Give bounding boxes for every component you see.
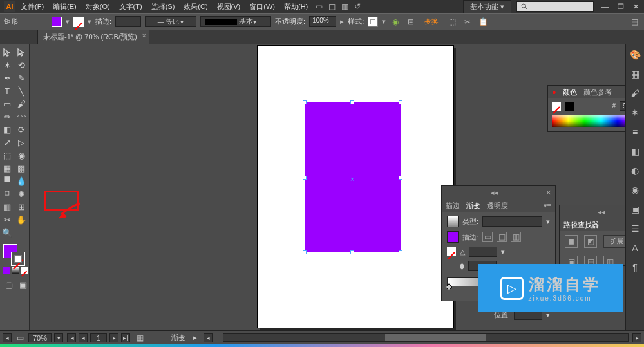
panel-close-icon[interactable]: ✕ <box>545 189 551 197</box>
sel-handle[interactable] <box>350 100 354 104</box>
view-mode-icon[interactable]: ▭ <box>14 332 26 344</box>
rectangle-tool[interactable]: ▭ <box>0 97 14 110</box>
zoom-input[interactable]: 70% <box>28 333 52 342</box>
dock-para-icon[interactable]: ¶ <box>629 261 641 274</box>
first-artboard-icon[interactable]: |◂ <box>67 333 76 342</box>
panel-menu-icon[interactable]: ▤ <box>629 16 640 28</box>
stroke-mode-2[interactable]: ◫ <box>497 232 507 242</box>
dock-color-icon[interactable]: 🎨 <box>629 48 641 61</box>
sel-handle[interactable] <box>303 250 307 254</box>
pencil-tool[interactable]: ✏ <box>0 110 14 123</box>
dock-brushes-icon[interactable]: 🖌 <box>629 87 641 100</box>
mesh-tool[interactable]: ▩ <box>14 162 28 174</box>
sel-handle[interactable] <box>399 100 402 104</box>
menu-window[interactable]: 窗口(W) <box>245 0 279 13</box>
add-anchor-tool[interactable]: ✎ <box>14 71 28 84</box>
window-restore-icon[interactable]: ❐ <box>618 3 624 11</box>
style-swatch[interactable] <box>368 17 378 27</box>
gradient-fill-swatch[interactable] <box>447 231 459 243</box>
sync-icon[interactable]: ↺ <box>352 1 363 12</box>
panel-collapse-icon[interactable]: ◂◂ <box>491 189 498 197</box>
pen-tool[interactable]: ✒ <box>0 71 14 84</box>
next-artboard-icon[interactable]: ▸ <box>109 333 118 342</box>
paintbrush-tool[interactable]: 🖌 <box>14 97 28 110</box>
stroke-color-swatch[interactable] <box>11 252 25 266</box>
symbol-sprayer-tool[interactable]: ✺ <box>14 187 28 200</box>
dock-swatches-icon[interactable]: ▦ <box>629 68 641 80</box>
zoom-dropdown-icon[interactable]: ▾ <box>54 333 63 342</box>
graph-tool[interactable]: ▥ <box>0 200 14 213</box>
stroke-weight-input[interactable] <box>115 16 141 27</box>
zoom-out-icon[interactable]: ◂ <box>3 333 12 342</box>
layout-icon[interactable]: ▭ <box>313 1 325 12</box>
close-tab-icon[interactable]: × <box>142 32 146 39</box>
gradient-tool[interactable]: ▀ <box>0 174 14 187</box>
stroke-mode-3[interactable]: ▥ <box>511 232 521 242</box>
crop-icon[interactable]: ✂ <box>462 16 473 28</box>
eyedropper-tool[interactable]: 💧 <box>14 174 28 187</box>
dock-stroke-icon[interactable]: ≡ <box>629 126 641 138</box>
sel-handle[interactable] <box>303 100 307 104</box>
screen-mode-full[interactable]: ▣ <box>17 278 30 291</box>
color-spectrum[interactable] <box>552 115 625 127</box>
menu-file[interactable]: 文件(F) <box>17 0 48 13</box>
brush-dropdown[interactable]: 基本 ▾ <box>200 16 271 27</box>
layout-icon2[interactable]: ◫ <box>326 1 337 12</box>
opacity-input[interactable]: 100% <box>309 16 336 27</box>
dock-layers-icon[interactable]: ☰ <box>629 222 641 235</box>
stroke-mode-1[interactable]: ▭ <box>482 232 493 242</box>
artboard-tool[interactable]: ⊞ <box>14 200 28 213</box>
color-swatch-1[interactable] <box>552 102 561 111</box>
tab-stroke[interactable]: 描边 <box>446 201 460 211</box>
menu-view[interactable]: 视图(V) <box>213 0 245 13</box>
hand-tool[interactable]: ✋ <box>14 213 28 226</box>
recolor-icon[interactable]: ◉ <box>390 16 401 28</box>
menu-edit[interactable]: 编辑(E) <box>49 0 80 13</box>
gradient-type-dropdown[interactable] <box>482 216 542 227</box>
window-minimize-icon[interactable]: ― <box>601 3 609 11</box>
transform-button[interactable]: 变换 <box>421 17 442 26</box>
menu-effect[interactable]: 效果(C) <box>180 0 211 13</box>
menu-select[interactable]: 选择(S) <box>147 0 179 13</box>
zoom-tool[interactable]: 🔍 <box>0 226 14 239</box>
search-input[interactable] <box>516 1 594 12</box>
menu-object[interactable]: 对象(O) <box>82 0 114 13</box>
dock-char-icon[interactable]: A <box>629 241 641 254</box>
pf-crop-icon[interactable]: ▦ <box>623 256 625 268</box>
prev-artboard-icon[interactable]: ◂ <box>79 333 88 342</box>
eraser-tool[interactable]: ◧ <box>0 123 14 136</box>
pf-unite-icon[interactable]: ◼ <box>565 235 578 248</box>
scroll-left-icon[interactable]: ◂ <box>204 333 213 342</box>
layout-icon3[interactable]: ▥ <box>339 1 350 12</box>
stroke-swatch[interactable] <box>73 17 84 27</box>
dock-symbols-icon[interactable]: ✶ <box>629 106 641 119</box>
angle-input[interactable] <box>469 247 497 257</box>
tab-transparency[interactable]: 透明度 <box>487 201 508 211</box>
artboard-number[interactable]: 1 <box>90 333 107 342</box>
pf-minus-icon[interactable]: ◩ <box>584 235 597 248</box>
color-swatch-2[interactable] <box>565 102 574 111</box>
sel-handle[interactable] <box>399 176 402 180</box>
more-icon[interactable]: 📋 <box>477 16 489 28</box>
dock-appearance-icon[interactable]: ◉ <box>629 183 641 196</box>
fill-stroke-control[interactable] <box>0 243 29 266</box>
magic-wand-tool[interactable]: ✶ <box>0 59 14 71</box>
scale-tool[interactable]: ⤢ <box>0 136 14 149</box>
document-tab[interactable]: 未标题-1* @ 70% (RGB/预览) × <box>37 30 149 44</box>
tab-gradient[interactable]: 渐变 <box>466 201 480 211</box>
dock-transparency-icon[interactable]: ◐ <box>629 164 641 177</box>
horizontal-scrollbar[interactable] <box>223 333 629 342</box>
sel-handle[interactable] <box>303 176 307 180</box>
panel-menu-icon[interactable]: ▾≡ <box>544 202 551 210</box>
blend-tool[interactable]: ⧉ <box>0 187 14 200</box>
gradient-stop-left[interactable] <box>445 283 452 290</box>
tab-pathfinder[interactable]: 路径查找器 <box>564 220 599 230</box>
line-tool[interactable]: ╲ <box>14 84 28 97</box>
artboard-nav-icon[interactable]: ▦ <box>134 332 146 344</box>
menu-type[interactable]: 文字(T) <box>115 0 146 13</box>
dock-graphic-styles-icon[interactable]: ▣ <box>629 203 641 216</box>
direct-select-tool[interactable] <box>14 46 28 59</box>
lasso-tool[interactable]: ⟲ <box>14 59 28 71</box>
stroke-profile-dropdown[interactable]: — 等比 ▾ <box>145 16 196 27</box>
workspace-dropdown[interactable]: 基本功能 ▾ <box>463 0 511 14</box>
